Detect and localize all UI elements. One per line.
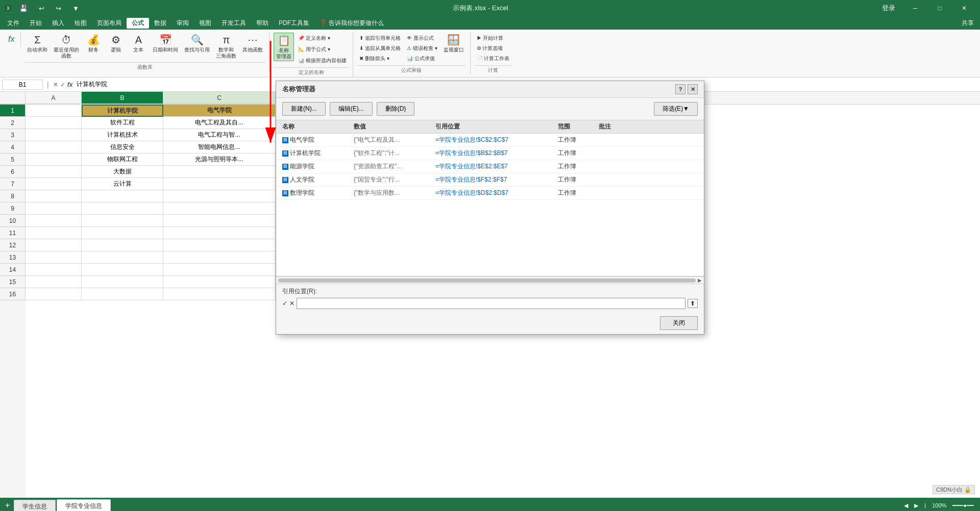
cell-b8[interactable] — [82, 190, 163, 202]
row-header-7[interactable]: 7 — [0, 178, 26, 190]
error-check-button[interactable]: ⚠ 错误检查 ▾ — [405, 44, 439, 53]
row-header-5[interactable]: 5 — [0, 154, 26, 166]
cell-c8[interactable] — [163, 190, 276, 202]
list-item[interactable]: 田 电气学院 {"电气工程及其... =学院专业信息!$C$2:$C$7 工作簿 — [276, 134, 704, 147]
create-from-selection-button[interactable]: 📊 根据所选内容创建 — [296, 56, 349, 65]
cell-b5[interactable]: 物联网工程 — [82, 154, 163, 166]
list-item[interactable]: 田 人文学院 {"国贸专业";"行... =学院专业信息!$F$2:$F$7 工… — [276, 173, 704, 187]
confirm-formula-icon[interactable]: ✓ — [60, 81, 65, 88]
row-header-13[interactable]: 13 — [0, 251, 26, 264]
save-icon[interactable]: 💾 — [15, 4, 32, 13]
menu-data[interactable]: 数据 — [149, 18, 172, 29]
cell-c5[interactable]: 光源与照明等本... — [163, 154, 276, 166]
menu-pdf[interactable]: PDF工具集 — [274, 18, 314, 29]
cell-c2[interactable]: 电气工程及其自... — [163, 117, 276, 129]
col-header-a[interactable]: A — [26, 92, 82, 104]
menu-formula[interactable]: 公式 — [127, 18, 149, 29]
menu-file[interactable]: 文件 — [2, 18, 24, 29]
name-manager-button[interactable]: 📋 名称管理器 — [274, 33, 294, 61]
row-header-10[interactable]: 10 — [0, 215, 26, 227]
calc-sheet-button[interactable]: 📄 计算工作表 — [475, 54, 512, 63]
sheet-tab-students[interactable]: 学生信息 — [14, 500, 56, 511]
trace-dependents-button[interactable]: ⬇ 追踪从属单元格 — [357, 44, 403, 53]
minimize-button[interactable]: ─ — [903, 0, 927, 16]
evaluate-formula-button[interactable]: 📊 公式求值 — [405, 54, 439, 63]
row-header-11[interactable]: 11 — [0, 227, 26, 239]
dialog-edit-button[interactable]: 编辑(E)... — [330, 102, 373, 116]
list-item[interactable]: 田 数理学院 {"数学与应用数... =学院专业信息!$D$2:$D$7 工作簿 — [276, 187, 704, 200]
scroll-right-icon[interactable]: ▶ — [698, 277, 702, 283]
cell-b2[interactable]: 软件工程 — [82, 117, 163, 129]
row-header-4[interactable]: 4 — [0, 141, 26, 154]
customize-icon[interactable]: ▼ — [68, 4, 83, 13]
lookup-button[interactable]: 🔍 查找与引用 — [182, 33, 212, 54]
row-header-16[interactable]: 16 — [0, 288, 26, 300]
insert-function-icon[interactable]: fx — [67, 81, 73, 88]
cell-a2[interactable] — [26, 117, 82, 129]
cell-b3[interactable]: 计算机技术 — [82, 129, 163, 141]
cell-c3[interactable]: 电气工程与智... — [163, 129, 276, 141]
dialog-delete-button[interactable]: 删除(D) — [377, 102, 415, 116]
menu-view[interactable]: 视图 — [194, 18, 216, 29]
list-item[interactable]: 田 计算机学院 {"软件工程";"计... =学院专业信息!$B$2:$B$7 … — [276, 147, 704, 160]
scroll-left-icon[interactable]: ◀ — [904, 502, 908, 509]
row-header-6[interactable]: 6 — [0, 166, 26, 178]
cell-c1[interactable]: 电气学院 — [163, 105, 276, 117]
menu-draw[interactable]: 绘图 — [69, 18, 92, 29]
add-sheet-button[interactable]: + — [2, 498, 13, 511]
menu-page-layout[interactable]: 页面布局 — [92, 18, 127, 29]
close-button[interactable]: ✕ — [952, 0, 976, 16]
col-header-b[interactable]: B — [82, 92, 163, 104]
cell-a3[interactable] — [26, 129, 82, 141]
math-button[interactable]: π 数学和三角函数 — [214, 33, 238, 60]
redo-icon[interactable]: ↪ — [52, 4, 65, 13]
expand-icon[interactable]: ⬆ — [688, 299, 698, 308]
show-formulas-button[interactable]: 👁 显示公式 — [405, 34, 439, 43]
dialog-new-button[interactable]: 新建(N)... — [282, 102, 326, 116]
datetime-button[interactable]: 📅 日期和时间 — [151, 33, 180, 54]
other-functions-button[interactable]: ⋯ 其他函数 — [240, 33, 265, 54]
row-header-8[interactable]: 8 — [0, 190, 26, 202]
cell-a5[interactable] — [26, 154, 82, 166]
dialog-hscroll[interactable]: ▶ — [276, 276, 704, 284]
menu-help[interactable]: 帮助 — [251, 18, 274, 29]
cell-c7[interactable] — [163, 178, 276, 190]
row-header-9[interactable]: 9 — [0, 202, 26, 215]
col-header-c[interactable]: C — [163, 92, 276, 104]
list-item[interactable]: 田 能源学院 {"资源助查工程"... =学院专业信息!$E$2:$E$7 工作… — [276, 160, 704, 173]
menu-developer[interactable]: 开发工具 — [216, 18, 251, 29]
define-name-button[interactable]: 📌 定义名称 ▾ — [296, 34, 349, 43]
dialog-close-icon[interactable]: ✕ — [688, 84, 698, 94]
restore-button[interactable]: □ — [928, 0, 951, 16]
trace-precedents-button[interactable]: ⬆ 追踪引用单元格 — [357, 34, 403, 43]
login-button[interactable]: 登录 — [878, 3, 899, 14]
share-button[interactable]: 共享 — [962, 19, 978, 28]
sheet-tab-college[interactable]: 学院专业信息 — [57, 499, 111, 511]
autosum-button[interactable]: Σ 自动求和 — [25, 33, 50, 54]
cell-a6[interactable] — [26, 166, 82, 178]
cancel-ref-icon[interactable]: ✕ — [289, 300, 295, 307]
text-button[interactable]: A 文本 — [128, 33, 149, 54]
dialog-close-button[interactable]: 关闭 — [660, 316, 698, 330]
menu-insert[interactable]: 插入 — [47, 18, 69, 29]
cell-a4[interactable] — [26, 141, 82, 154]
row-header-1[interactable]: 1 — [0, 105, 26, 117]
undo-icon[interactable]: ↩ — [35, 4, 48, 13]
logic-button[interactable]: ⚙ 逻辑 — [106, 33, 126, 54]
row-header-15[interactable]: 15 — [0, 276, 26, 288]
cell-b1[interactable]: 计算机学院 — [82, 105, 163, 117]
calc-options-button[interactable]: ⚙ 计算选项 — [475, 44, 512, 53]
row-header-3[interactable]: 3 — [0, 129, 26, 141]
cell-c4[interactable]: 智能电网信息... — [163, 141, 276, 154]
finance-button[interactable]: 💰 财务 — [83, 33, 104, 54]
cell-a7[interactable] — [26, 178, 82, 190]
cell-a8[interactable] — [26, 190, 82, 202]
cell-c6[interactable] — [163, 166, 276, 178]
remove-arrows-button[interactable]: ✖ 删除箭头 ▾ — [357, 54, 403, 63]
dialog-filter-button[interactable]: 筛选(E)▼ — [654, 102, 698, 116]
row-header-12[interactable]: 12 — [0, 239, 26, 251]
row-header-2[interactable]: 2 — [0, 117, 26, 129]
scroll-right-icon[interactable]: ▶ — [914, 502, 918, 509]
menu-start[interactable]: 开始 — [24, 18, 47, 29]
confirm-ref-icon[interactable]: ✓ — [282, 300, 287, 307]
